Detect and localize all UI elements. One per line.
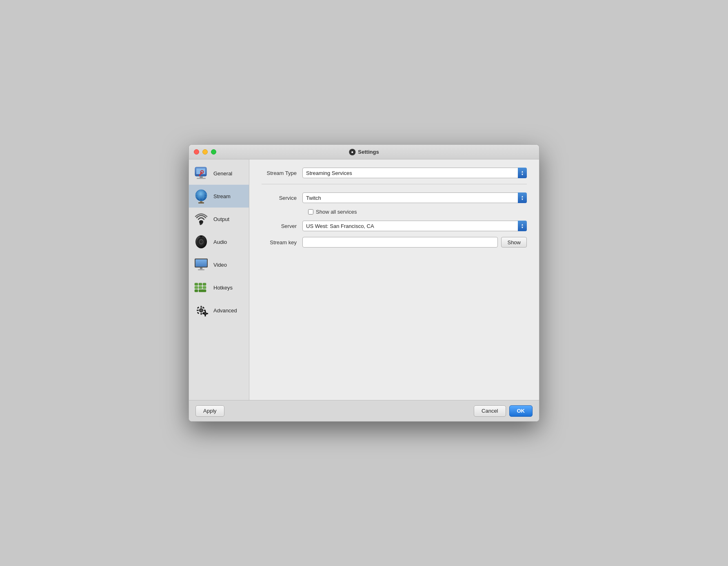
svg-rect-30 bbox=[199, 286, 202, 289]
stream-type-control: Streaming Services bbox=[302, 168, 527, 178]
sidebar-item-audio[interactable]: Audio bbox=[189, 230, 249, 253]
hotkeys-icon bbox=[193, 279, 209, 296]
minimize-button[interactable] bbox=[202, 149, 208, 155]
show-all-services-checkbox[interactable] bbox=[308, 209, 313, 214]
sidebar-general-label: General bbox=[213, 170, 232, 177]
svg-rect-29 bbox=[195, 286, 198, 289]
general-icon bbox=[193, 165, 209, 181]
service-label: Service bbox=[262, 195, 302, 201]
sidebar-video-label: Video bbox=[213, 262, 227, 268]
sidebar-item-output[interactable]: Output bbox=[189, 208, 249, 230]
stream-key-label: Stream key bbox=[262, 239, 302, 245]
sidebar-audio-label: Audio bbox=[213, 239, 227, 245]
stream-icon bbox=[193, 188, 209, 204]
show-stream-key-button[interactable]: Show bbox=[501, 237, 527, 248]
svg-point-21 bbox=[200, 236, 202, 237]
service-select[interactable]: Twitch bbox=[302, 192, 527, 203]
svg-rect-37 bbox=[201, 313, 202, 315]
svg-rect-36 bbox=[201, 306, 202, 308]
sidebar-item-video[interactable]: Video bbox=[189, 253, 249, 276]
stream-key-input[interactable] bbox=[302, 237, 498, 248]
server-select[interactable]: US West: San Francisco, CA bbox=[302, 221, 527, 231]
server-row: Server US West: San Francisco, CA bbox=[262, 221, 527, 231]
cancel-button[interactable]: Cancel bbox=[474, 405, 506, 417]
svg-rect-38 bbox=[197, 310, 199, 311]
stream-key-row: Stream key Show bbox=[262, 237, 527, 248]
sidebar-output-label: Output bbox=[213, 216, 229, 222]
stream-type-select-wrap: Streaming Services bbox=[302, 168, 527, 178]
svg-rect-25 bbox=[198, 269, 204, 270]
svg-point-14 bbox=[199, 220, 203, 223]
service-control: Twitch bbox=[302, 192, 527, 203]
sidebar-stream-label: Stream bbox=[213, 193, 231, 199]
svg-rect-33 bbox=[199, 290, 206, 292]
stream-key-control: Show bbox=[302, 237, 527, 248]
footer-right: Cancel OK bbox=[474, 405, 533, 417]
svg-rect-42 bbox=[197, 312, 200, 314]
stream-type-row: Stream Type Streaming Services bbox=[262, 168, 527, 178]
footer-left: Apply bbox=[195, 405, 224, 417]
svg-point-19 bbox=[201, 241, 202, 243]
footer: Apply Cancel OK bbox=[189, 400, 539, 421]
svg-rect-27 bbox=[199, 283, 202, 285]
video-icon bbox=[193, 256, 209, 273]
window-title: ● Settings bbox=[349, 149, 379, 155]
svg-rect-5 bbox=[200, 177, 203, 178]
settings-window: ● Settings bbox=[189, 144, 539, 422]
sidebar-hotkeys-label: Hotkeys bbox=[213, 285, 233, 291]
svg-rect-48 bbox=[202, 313, 204, 314]
apply-button[interactable]: Apply bbox=[195, 405, 224, 417]
svg-rect-6 bbox=[197, 178, 206, 179]
traffic-lights bbox=[194, 149, 216, 155]
show-all-services-label[interactable]: Show all services bbox=[316, 209, 357, 215]
sidebar-item-hotkeys[interactable]: Hotkeys bbox=[189, 276, 249, 299]
svg-rect-23 bbox=[195, 259, 207, 267]
close-button[interactable] bbox=[194, 149, 199, 155]
content-area: General bbox=[189, 159, 539, 400]
svg-rect-26 bbox=[195, 283, 198, 285]
audio-icon bbox=[193, 234, 209, 250]
svg-rect-32 bbox=[195, 290, 198, 292]
advanced-icon bbox=[193, 302, 209, 318]
sidebar-item-stream[interactable]: Stream bbox=[189, 185, 249, 208]
svg-rect-31 bbox=[203, 286, 206, 289]
svg-rect-46 bbox=[205, 311, 206, 312]
stream-type-select[interactable]: Streaming Services bbox=[302, 168, 527, 178]
show-all-services-row: Show all services bbox=[308, 209, 527, 215]
svg-rect-40 bbox=[197, 307, 200, 309]
svg-point-45 bbox=[204, 313, 206, 314]
sidebar-advanced-label: Advanced bbox=[213, 307, 237, 314]
stream-type-label: Stream Type bbox=[262, 170, 302, 176]
server-control: US West: San Francisco, CA bbox=[302, 221, 527, 231]
sidebar: General bbox=[189, 159, 249, 400]
svg-rect-43 bbox=[202, 307, 205, 309]
svg-rect-47 bbox=[205, 315, 206, 316]
service-row: Service Twitch bbox=[262, 192, 527, 203]
maximize-button[interactable] bbox=[211, 149, 216, 155]
service-select-wrap: Twitch bbox=[302, 192, 527, 203]
svg-point-7 bbox=[195, 190, 207, 201]
sidebar-item-general[interactable]: General bbox=[189, 162, 249, 185]
server-select-wrap: US West: San Francisco, CA bbox=[302, 221, 527, 231]
svg-rect-28 bbox=[203, 283, 206, 285]
server-label: Server bbox=[262, 223, 302, 229]
svg-rect-12 bbox=[198, 202, 204, 203]
output-icon bbox=[193, 211, 209, 227]
svg-rect-24 bbox=[200, 268, 202, 269]
svg-rect-49 bbox=[206, 313, 208, 314]
app-icon: ● bbox=[349, 149, 355, 155]
svg-point-35 bbox=[200, 309, 202, 312]
ok-button[interactable]: OK bbox=[509, 405, 533, 417]
sidebar-item-advanced[interactable]: Advanced bbox=[189, 299, 249, 322]
main-content: Stream Type Streaming Services Service bbox=[249, 159, 539, 400]
separator-1 bbox=[262, 184, 527, 184]
titlebar: ● Settings bbox=[189, 145, 539, 159]
